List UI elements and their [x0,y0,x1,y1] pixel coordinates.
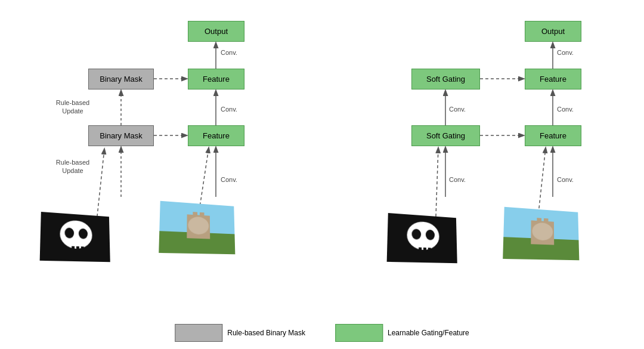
svg-rect-25 [81,246,84,251]
svg-rect-24 [76,246,79,251]
legend-green-item: Learnable Gating/Feature [335,324,469,342]
right-conv1-label: Conv. [557,49,574,56]
left-rule-update1: Rule-basedUpdate [49,98,97,116]
left-binary-mask-top: Binary Mask [88,69,154,89]
legend-green-label: Learnable Gating/Feature [388,329,469,337]
svg-rect-38 [423,248,426,252]
right-feature-mid-box: Feature [525,125,581,146]
svg-rect-37 [419,248,422,252]
right-conv3-label: Conv. [557,176,574,183]
legend-gray-label: Rule-based Binary Mask [227,329,305,337]
left-conv2-label: Conv. [221,106,237,113]
arrows-overlay [0,0,644,322]
legend-green-box [335,324,383,342]
left-binary-mask-mid: Binary Mask [88,125,154,146]
right-feature-image [503,207,579,261]
legend-gray-item: Rule-based Binary Mask [175,324,305,342]
left-feature-mid-box: Feature [188,125,244,146]
right-conv2-label: Conv. [557,106,574,113]
legend-gray-box [175,324,222,342]
left-conv1-label: Conv. [221,49,237,56]
right-conv4-label: Conv. [449,106,466,113]
left-feature-top-box: Feature [188,69,244,89]
right-mask-image [387,213,457,263]
left-rule-update2: Rule-basedUpdate [49,158,97,175]
left-mask-image [40,212,110,262]
svg-rect-39 [428,248,431,252]
right-soft-gating-mid: Soft Gating [411,125,480,146]
diagram-container: Output Feature Feature Binary Mask Binar… [0,0,644,322]
left-output-box: Output [188,21,244,42]
svg-rect-23 [72,246,75,251]
right-soft-gating-top: Soft Gating [411,69,480,89]
legend: Rule-based Binary Mask Learnable Gating/… [175,324,469,342]
right-feature-top-box: Feature [525,69,581,89]
right-conv5-label: Conv. [449,176,466,183]
right-output-box: Output [525,21,581,42]
left-conv3-label: Conv. [221,176,237,183]
left-feature-image [159,201,235,255]
